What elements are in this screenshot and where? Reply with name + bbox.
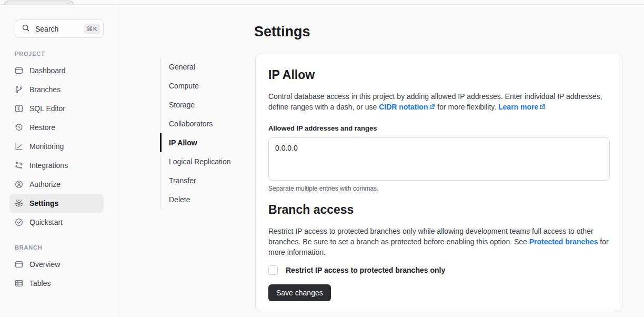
quickstart-icon — [15, 218, 23, 226]
settings-card: IP Allow Control database access in this… — [255, 54, 622, 311]
integrations-icon — [15, 161, 23, 170]
project-sidebar: Search ⌘K PROJECTDashboardBranchesSQL Ed… — [0, 5, 119, 317]
sidebar-item-label: Branches — [29, 85, 61, 94]
subnav-item-general[interactable]: General — [161, 57, 235, 76]
sidebar-item-label: Authorize — [29, 180, 61, 189]
app-window: Search ⌘K PROJECTDashboardBranchesSQL Ed… — [0, 4, 644, 317]
subnav-item-ip-allow[interactable]: IP Allow — [160, 133, 234, 152]
search-shortcut-badge: ⌘K — [84, 24, 100, 34]
subnav-item-storage[interactable]: Storage — [161, 95, 235, 114]
branch-access-heading: Branch access — [268, 203, 609, 217]
sidebar-item-overview[interactable]: Overview — [9, 255, 104, 274]
sidebar-item-authorize[interactable]: Authorize — [9, 175, 104, 194]
sidebar-item-label: Overview — [29, 260, 60, 269]
overview-icon — [15, 260, 23, 269]
authorize-icon — [15, 180, 23, 189]
branch-access-description: Restrict IP access to protected branches… — [268, 226, 610, 257]
restrict-ip-label: Restrict IP access to protected branches… — [286, 266, 445, 274]
content-column: Settings IP Allow Control database acces… — [255, 5, 622, 317]
sql-editor-icon — [15, 104, 23, 113]
external-link-icon — [429, 102, 435, 113]
ip-allow-heading: IP Allow — [268, 68, 609, 82]
subnav-item-delete[interactable]: Delete — [161, 190, 235, 209]
subnav-item-transfer[interactable]: Transfer — [161, 171, 235, 190]
sidebar-item-label: Tables — [29, 279, 51, 288]
ip-field-label: Allowed IP addresses and ranges — [268, 124, 609, 132]
restrict-ip-row: Restrict IP access to protected branches… — [268, 265, 609, 275]
save-changes-button[interactable]: Save changes — [268, 284, 331, 301]
browser-chrome-strip — [0, 0, 644, 4]
sidebar-section-label: BRANCH — [15, 244, 103, 251]
sidebar-item-label: Quickstart — [29, 218, 63, 226]
sidebar-item-label: Dashboard — [29, 66, 66, 75]
browser-tab-remnant — [4, 1, 74, 5]
protected-branches-link[interactable]: Protected branches — [529, 237, 598, 246]
sidebar-item-sql-editor[interactable]: SQL Editor — [9, 99, 104, 118]
allowed-ip-textarea[interactable]: 0.0.0.0 — [268, 137, 610, 181]
monitoring-icon — [15, 142, 23, 151]
main-area: GeneralComputeStorageCollaboratorsIP All… — [119, 5, 644, 317]
subnav-item-collaborators[interactable]: Collaborators — [161, 114, 235, 133]
dashboard-icon — [15, 66, 23, 75]
search-input[interactable]: Search ⌘K — [15, 19, 104, 38]
sidebar-item-label: SQL Editor — [29, 104, 65, 113]
subnav-item-logical-replication[interactable]: Logical Replication — [161, 152, 235, 171]
sidebar-item-quickstart[interactable]: Quickstart — [9, 213, 104, 232]
search-icon — [22, 24, 30, 34]
ip-field-help: Separate multiple entries with commas. — [268, 185, 609, 192]
external-link-icon — [539, 102, 546, 113]
sidebar-item-label: Restore — [29, 123, 55, 132]
sidebar-item-label: Settings — [29, 199, 58, 207]
search-placeholder: Search — [35, 25, 79, 33]
branches-icon — [15, 85, 23, 94]
restrict-ip-checkbox[interactable] — [268, 265, 278, 275]
tables-icon — [15, 279, 23, 288]
restore-icon — [15, 123, 23, 132]
learn-more-link[interactable]: Learn more — [498, 103, 546, 111]
cidr-notation-link[interactable]: CIDR notation — [379, 103, 435, 111]
settings-subnav: GeneralComputeStorageCollaboratorsIP All… — [160, 57, 243, 209]
sidebar-item-tables[interactable]: Tables — [9, 274, 104, 293]
sidebar-item-settings[interactable]: Settings — [9, 194, 104, 213]
sidebar-item-integrations[interactable]: Integrations — [9, 156, 104, 175]
sidebar-item-branches[interactable]: Branches — [9, 80, 104, 99]
sidebar-item-restore[interactable]: Restore — [9, 118, 104, 137]
sidebar-item-dashboard[interactable]: Dashboard — [9, 61, 104, 80]
sidebar-item-label: Monitoring — [29, 142, 64, 151]
subnav-item-compute[interactable]: Compute — [161, 76, 235, 95]
ip-allow-description: Control database access in this project … — [268, 91, 610, 113]
sidebar-item-monitoring[interactable]: Monitoring — [9, 137, 104, 156]
sidebar-section-label: PROJECT — [15, 51, 103, 57]
page-title: Settings — [254, 24, 622, 40]
sidebar-item-label: Integrations — [29, 161, 68, 170]
settings-icon — [15, 199, 23, 207]
